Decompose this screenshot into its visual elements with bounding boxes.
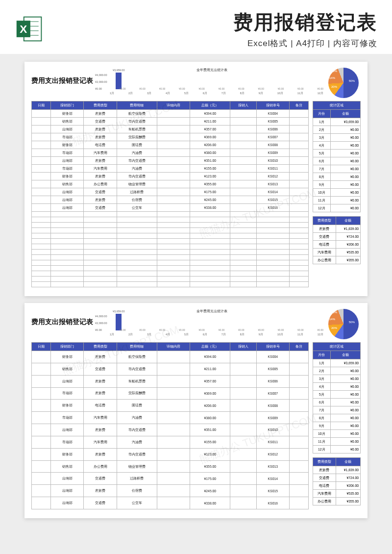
table-header: 详细内容 (157, 343, 190, 351)
table-row (32, 282, 309, 287)
table-row: 销售部办公费用物业管理费¥355.00KS013 (32, 180, 309, 188)
table-header: 详细内容 (157, 101, 190, 110)
table-row: 财务部差旅费航空保险费¥394.00KS004 (32, 351, 309, 363)
stats-month-table: 统计区域月份金额1月¥3,659.002月¥0.003月¥0.004月¥0.00… (313, 342, 361, 453)
table-header: 报销单号 (256, 343, 290, 351)
table-header: 报销人 (230, 101, 256, 110)
main-table: 日期报销部门费用类型费用明细详细内容总额（元）报销人报销单号备注财务部差旅费航空… (31, 101, 309, 287)
table-row (32, 244, 309, 250)
table-header: 总额（元） (190, 343, 230, 351)
table-row: 出纳部差旅费市内交通费¥351.00KS010 (32, 424, 309, 436)
table-row: 出纳部差旅费住宿费¥245.00KS015 (32, 485, 309, 497)
table-row: 出纳部交通费过路桥费¥175.00KS014 (32, 473, 309, 485)
table-row: 出纳部差旅费车船机票费¥357.00KS006 (32, 375, 309, 387)
sheet-title: 费用支出报销登记表 (31, 68, 95, 85)
table-row: 销售部办公费用物业管理费¥355.00KS013 (32, 460, 309, 473)
table-row: 市场部差旅费交际应酬费¥369.00KS007 (32, 387, 309, 400)
table-header: 备注 (290, 101, 309, 110)
table-header: 报销部门 (50, 101, 84, 110)
bar-chart: 全年费用支出统计表¥4,000.00¥2,000.00¥0.00¥3,659.0… (95, 68, 328, 96)
stats-month-table: 统计区域月份金额1月¥3,659.002月¥0.003月¥0.004月¥0.00… (313, 101, 361, 212)
table-row (32, 250, 309, 255)
table-header: 日期 (32, 101, 51, 110)
table-row: 出纳部交通费过路桥费¥175.00KS014 (32, 188, 309, 196)
sheet-title: 费用支出报销登记表 (31, 309, 95, 327)
table-header: 费用类型 (84, 343, 117, 351)
table-row (32, 271, 309, 277)
table-row: 市场部汽车费用汽油费¥155.00KS011 (32, 165, 309, 173)
table-row: 市场部汽车费用汽油费¥155.00KS011 (32, 436, 309, 448)
table-row (32, 223, 309, 228)
table-header: 报销人 (230, 343, 256, 351)
table-row (32, 277, 309, 282)
table-row: 销售部交通费市内交通费¥211.00KS005 (32, 363, 309, 375)
table-row: 出纳部差旅费车船机票费¥357.00KS006 (32, 126, 309, 133)
table-row: 市场部汽车费用汽油费¥380.00KS009 (32, 149, 309, 157)
table-row (32, 255, 309, 260)
stats-type-table: 费用类型金额差旅费¥1,839.00交通费¥724.00电话费¥206.00汽车… (313, 216, 361, 264)
table-row (32, 233, 309, 239)
pie-chart: 10%14%20%50% (328, 68, 359, 98)
sheet-preview-2: 费用支出报销登记表全年费用支出统计表¥4,000.00¥2,000.00¥0.0… (24, 303, 368, 518)
table-header: 费用类型 (84, 101, 117, 110)
table-row: 财务部差旅费市内交通费¥123.00KS012 (32, 173, 309, 180)
table-header: 报销单号 (256, 101, 290, 110)
sheet-preview-1: 费用支出报销登记表全年费用支出统计表¥4,000.00¥2,000.00¥0.0… (24, 62, 368, 296)
table-row: 出纳部交通费公交车¥338.00KS016 (32, 497, 309, 509)
table-row: 财务部差旅费市内交通费¥123.00KS012 (32, 448, 309, 460)
table-row: 出纳部差旅费市内交通费¥351.00KS010 (32, 157, 309, 165)
pie-chart: 10%14%20%50% (328, 309, 359, 339)
page-header: X 费用报销登记表 Excel格式 | A4打印 | 内容可修改 (0, 0, 392, 54)
table-header: 日期 (32, 343, 51, 351)
svg-text:X: X (20, 23, 27, 35)
table-header: 报销部门 (50, 343, 84, 351)
table-row: 财务部电话费固话费¥206.00KS008 (32, 141, 309, 149)
table-row (32, 266, 309, 271)
bar-chart: 全年费用支出统计表¥4,000.00¥2,000.00¥0.00¥3,659.0… (95, 309, 328, 337)
table-row (32, 239, 309, 244)
table-header: 费用明细 (117, 343, 157, 351)
table-row: 市场部差旅费交际应酬费¥369.00KS007 (32, 133, 309, 141)
main-table: 日期报销部门费用类型费用明细详细内容总额（元）报销人报销单号备注财务部差旅费航空… (31, 342, 309, 509)
table-row: 财务部电话费固话费¥206.00KS008 (32, 400, 309, 412)
table-row: 销售部交通费市内交通费¥211.00KS005 (32, 118, 309, 126)
table-row (32, 260, 309, 266)
table-header: 总额（元） (190, 101, 230, 110)
table-row (32, 228, 309, 233)
table-header: 备注 (290, 343, 309, 351)
stats-type-table: 费用类型金额差旅费¥1,839.00交通费¥724.00电话费¥206.00汽车… (313, 457, 361, 505)
excel-icon: X (15, 14, 44, 44)
table-row: 出纳部差旅费住宿费¥245.00KS015 (32, 196, 309, 204)
table-row: 市场部汽车费用汽油费¥380.00KS009 (32, 412, 309, 424)
table-row (32, 212, 309, 217)
table-header: 费用明细 (117, 101, 157, 110)
page-title: 费用报销登记表 (44, 9, 377, 36)
page-subtitle: Excel格式 | A4打印 | 内容可修改 (44, 38, 377, 49)
table-row: 出纳部交通费公交车¥338.00KS016 (32, 204, 309, 212)
table-row: 财务部差旅费航空保险费¥394.00KS004 (32, 110, 309, 118)
table-row (32, 217, 309, 223)
